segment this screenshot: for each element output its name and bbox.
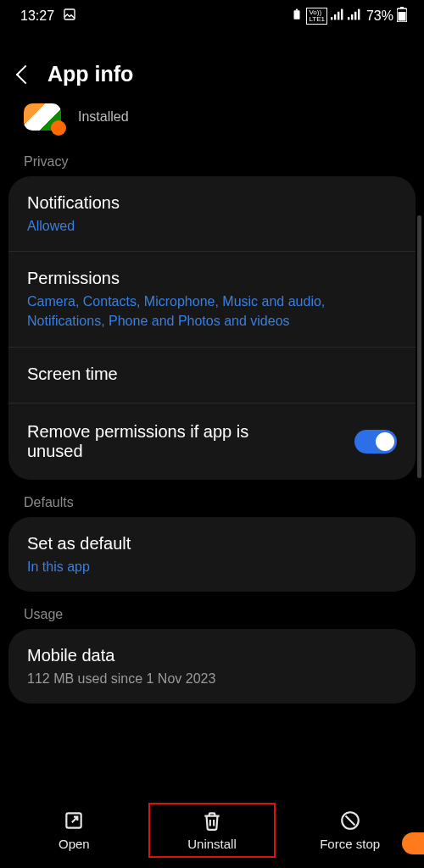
row-sub: Camera, Contacts, Microphone, Music and … <box>27 292 397 331</box>
scrollbar[interactable] <box>417 215 421 478</box>
battery-icon <box>397 7 407 25</box>
row-title: Set as default <box>27 534 397 554</box>
svg-rect-8 <box>351 14 353 19</box>
install-status: Installed <box>78 109 129 125</box>
row-screen-time[interactable]: Screen time <box>8 348 416 403</box>
trash-icon <box>201 810 223 832</box>
picture-icon <box>63 8 76 25</box>
bottom-bar: Open Uninstall Force stop <box>0 794 424 868</box>
battery-saver-icon <box>291 8 303 23</box>
app-icon <box>24 103 61 131</box>
svg-rect-4 <box>334 14 336 19</box>
row-set-default[interactable]: Set as default In this app <box>8 517 416 592</box>
clock: 13:27 <box>20 8 54 24</box>
svg-rect-6 <box>341 9 343 20</box>
row-sub: 112 MB used since 1 Nov 2023 <box>27 669 397 688</box>
force-stop-button[interactable]: Force stop <box>287 804 414 856</box>
row-title: Notifications <box>27 193 397 213</box>
row-sub: In this app <box>27 557 397 576</box>
row-remove-unused[interactable]: Remove permissions if app is unused <box>8 403 416 480</box>
row-title: Screen time <box>27 364 397 384</box>
svg-rect-3 <box>331 17 332 19</box>
status-bar: 13:27 Vo))LTE1 73% <box>0 0 424 30</box>
row-title: Permissions <box>27 269 397 288</box>
toggle-remove-unused[interactable] <box>354 430 397 453</box>
defaults-card: Set as default In this app <box>8 517 416 592</box>
back-icon[interactable] <box>19 68 32 81</box>
header: App info <box>0 30 424 98</box>
open-icon <box>63 810 85 832</box>
force-stop-label: Force stop <box>320 837 380 851</box>
row-sub: Allowed <box>27 216 397 236</box>
svg-rect-10 <box>358 9 360 20</box>
section-label-usage: Usage <box>0 592 424 629</box>
uninstall-label: Uninstall <box>187 837 237 851</box>
section-label-privacy: Privacy <box>0 139 424 176</box>
open-button[interactable]: Open <box>10 804 137 856</box>
signal-icon <box>331 8 344 23</box>
assistant-bubble-icon[interactable] <box>402 832 424 854</box>
open-label: Open <box>59 837 90 851</box>
svg-rect-1 <box>294 10 300 19</box>
svg-rect-9 <box>354 12 356 20</box>
svg-rect-12 <box>400 7 404 8</box>
signal-icon-2 <box>348 8 361 23</box>
row-title: Remove permissions if app is unused <box>27 422 307 461</box>
row-notifications[interactable]: Notifications Allowed <box>8 176 416 252</box>
stop-icon <box>339 810 361 832</box>
svg-rect-7 <box>348 17 349 19</box>
app-summary: Installed <box>0 98 424 139</box>
svg-line-16 <box>345 816 354 826</box>
row-mobile-data[interactable]: Mobile data 112 MB used since 1 Nov 2023 <box>8 629 416 704</box>
usage-card: Mobile data 112 MB used since 1 Nov 2023 <box>8 629 416 704</box>
privacy-card: Notifications Allowed Permissions Camera… <box>8 176 416 480</box>
svg-rect-13 <box>399 12 406 21</box>
row-permissions[interactable]: Permissions Camera, Contacts, Microphone… <box>8 252 416 347</box>
battery-percent: 73% <box>366 8 393 24</box>
svg-rect-0 <box>64 9 75 19</box>
section-label-defaults: Defaults <box>0 480 424 517</box>
volte-icon: Vo))LTE1 <box>306 8 327 25</box>
row-title: Mobile data <box>27 646 397 665</box>
svg-rect-2 <box>296 9 298 11</box>
page-title: App info <box>47 62 133 86</box>
uninstall-button[interactable]: Uninstall <box>148 803 276 858</box>
svg-rect-5 <box>338 12 339 20</box>
